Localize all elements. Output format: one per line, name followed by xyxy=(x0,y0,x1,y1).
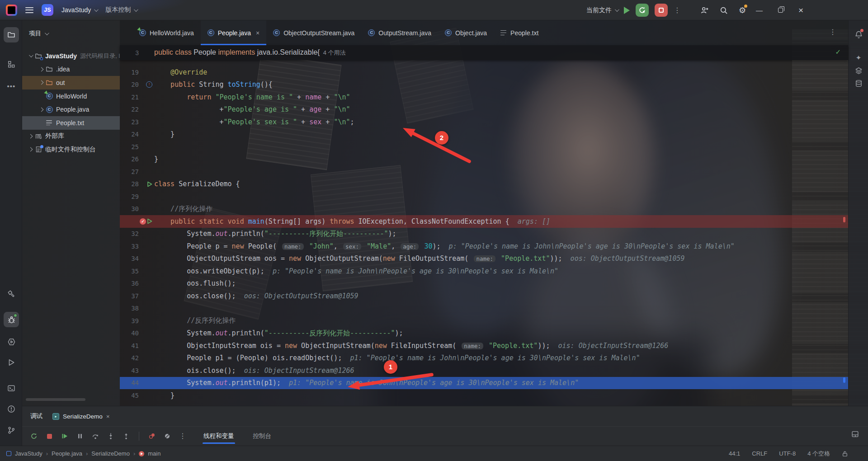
line-number[interactable]: 30 xyxy=(120,205,139,212)
code-line-41[interactable]: 41 ObjectInputStream ois = new ObjectInp… xyxy=(120,339,848,352)
git-tool-icon[interactable] xyxy=(4,423,19,438)
collapse-chevron-icon[interactable] xyxy=(28,147,33,152)
tab-close-icon[interactable]: × xyxy=(256,29,259,37)
code-line-19[interactable]: 19 @Override xyxy=(120,66,848,79)
line-number[interactable]: 36 xyxy=(120,280,139,287)
breadcrumb-method[interactable]: main xyxy=(148,450,160,457)
line-number[interactable]: 37 xyxy=(120,292,139,300)
database-icon[interactable] xyxy=(853,77,864,89)
layout-settings-icon[interactable] xyxy=(851,430,859,438)
line-number[interactable]: 27 xyxy=(120,168,139,175)
terminal-tool-icon[interactable] xyxy=(4,381,19,396)
notifications-bell-icon[interactable] xyxy=(853,28,864,40)
override-marker-icon[interactable]: ↑ xyxy=(146,81,152,88)
run-gutter-icon[interactable] xyxy=(147,181,152,187)
tree-item-JavaStudy[interactable]: JavaStudy源代码根目录, E:\JavaStudy xyxy=(22,49,120,63)
minimize-button[interactable]: — xyxy=(756,6,763,14)
line-number[interactable]: 24 xyxy=(120,131,139,138)
step-into-icon[interactable] xyxy=(104,430,117,442)
structure-tool-icon[interactable] xyxy=(4,56,19,72)
code-line-3[interactable]: 3public class People implements java.io.… xyxy=(120,47,346,59)
code-line-39[interactable]: 39 //反序列化操作 xyxy=(120,315,848,327)
collapse-chevron-icon[interactable] xyxy=(39,80,43,85)
debug-session-tab[interactable]: ▸ SerializeDemo × xyxy=(49,411,113,422)
tree-item-.idea[interactable]: .idea xyxy=(22,63,120,76)
code-line-33[interactable]: 33 People p = new People( name: "John", … xyxy=(120,240,848,253)
tab-threads-variables[interactable]: 线程和变量 xyxy=(199,429,239,443)
close-button[interactable]: × xyxy=(798,5,803,15)
tree-item-People.java[interactable]: CPeople.java xyxy=(22,103,120,116)
line-separator[interactable]: CRLF xyxy=(752,450,767,457)
line-number[interactable]: 44 xyxy=(120,379,139,386)
readonly-lock-icon[interactable] xyxy=(842,451,848,457)
file-encoding[interactable]: UTF-8 xyxy=(779,450,796,457)
project-tool-icon[interactable] xyxy=(4,27,19,42)
code-line-22[interactable]: 22 +"People's age is " + age + "\n" xyxy=(120,103,848,116)
main-menu-icon[interactable] xyxy=(25,7,33,13)
code-line-30[interactable]: 30 //序列化操作 xyxy=(120,203,848,216)
code-with-me-icon[interactable] xyxy=(701,6,709,14)
line-number[interactable]: 22 xyxy=(120,106,139,113)
restore-button[interactable] xyxy=(778,8,783,13)
pause-icon[interactable] xyxy=(74,430,86,442)
line-number[interactable]: 34 xyxy=(120,255,139,262)
line-number[interactable]: 45 xyxy=(120,392,139,399)
code-line-24[interactable]: 24 } xyxy=(120,128,848,141)
services-tool-icon[interactable] xyxy=(4,334,19,349)
code-line-43[interactable]: 43 ois.close(); ois: ObjectInputStream@1… xyxy=(120,364,848,377)
line-number[interactable]: 19 xyxy=(120,69,139,76)
problems-tool-icon[interactable] xyxy=(4,401,19,417)
code-line-27[interactable]: 27 xyxy=(120,165,848,178)
horizontal-scrollbar[interactable] xyxy=(26,398,85,401)
editor-tab-People.txt[interactable]: People.txt xyxy=(494,20,545,45)
line-number[interactable]: 21 xyxy=(120,94,139,101)
project-selector[interactable]: JavaStudy xyxy=(61,6,97,14)
sticky-header-line[interactable]: 3public class People implements java.io.… xyxy=(120,45,848,60)
code-line-38[interactable]: 38 xyxy=(120,302,848,315)
tree-item-临时文件和控制台[interactable]: 临时文件和控制台 xyxy=(22,143,120,156)
build-tool-icon[interactable] xyxy=(4,286,19,301)
collapse-chevron-icon[interactable] xyxy=(39,107,43,112)
code-line-31[interactable]: ✓ public static void main(String[] args)… xyxy=(120,215,848,228)
code-line-26[interactable]: 26} xyxy=(120,153,848,166)
collapse-chevron-icon[interactable] xyxy=(28,134,33,138)
code-line-34[interactable]: 34 ObjectOutputStream oos = new ObjectOu… xyxy=(120,253,848,265)
editor-tab-HelloWorld.java[interactable]: CHelloWorld.java xyxy=(132,20,201,45)
line-number[interactable]: 33 xyxy=(120,243,139,250)
breadcrumb-class[interactable]: SerializeDemo xyxy=(91,450,130,457)
code-line-45[interactable]: 45 } xyxy=(120,389,848,402)
run-tool-icon[interactable] xyxy=(4,355,19,370)
line-number[interactable]: 39 xyxy=(120,317,139,325)
breakpoint-icon[interactable]: ✓ xyxy=(140,218,146,225)
resume-icon[interactable] xyxy=(58,430,71,442)
code-line-28[interactable]: 28class SerializeDemo { xyxy=(120,178,848,191)
collapse-chevron-icon[interactable] xyxy=(39,67,43,71)
stop-icon[interactable] xyxy=(43,430,56,442)
code-line-23[interactable]: 23 +"People's sex is " + sex + "\n"; xyxy=(120,116,848,128)
line-number[interactable]: 26 xyxy=(120,155,139,163)
code-line-44[interactable]: 44 System.out.println(p1); p1: "People's… xyxy=(120,377,848,390)
line-number[interactable]: 38 xyxy=(120,305,139,312)
dependencies-icon[interactable] xyxy=(853,65,864,76)
line-number[interactable]: 29 xyxy=(120,193,139,200)
more-debug-actions-icon[interactable]: ⋮ xyxy=(176,430,189,442)
run-configuration-selector[interactable]: 当前文件 xyxy=(586,6,618,14)
project-panel-header[interactable]: 项目 xyxy=(22,20,120,38)
line-number[interactable]: 42 xyxy=(120,354,139,362)
tab-console[interactable]: 控制台 xyxy=(249,429,276,443)
rerun-debug-button[interactable] xyxy=(636,4,649,17)
settings-gear-icon[interactable]: ⚙ xyxy=(739,5,746,15)
line-number[interactable]: 25 xyxy=(120,143,139,151)
view-breakpoints-icon[interactable] xyxy=(146,430,158,442)
code-line-20[interactable]: 20↑ public String toString(){ xyxy=(120,79,848,91)
vcs-menu[interactable]: 版本控制 xyxy=(105,6,137,14)
run-button[interactable] xyxy=(624,7,630,14)
code-line-42[interactable]: 42 People p1 = (People) ois.readObject()… xyxy=(120,352,848,365)
step-out-icon[interactable] xyxy=(120,430,132,442)
project-badge-icon[interactable]: JS xyxy=(42,4,53,16)
tab-options-icon[interactable]: ⋮ xyxy=(829,28,836,36)
line-number[interactable]: 43 xyxy=(120,367,139,374)
editor-tab-Object.java[interactable]: CObject.java xyxy=(438,20,494,45)
code-line-35[interactable]: 35 oos.writeObject(p); p: "People's name… xyxy=(120,265,848,278)
line-number[interactable]: 41 xyxy=(120,342,139,349)
